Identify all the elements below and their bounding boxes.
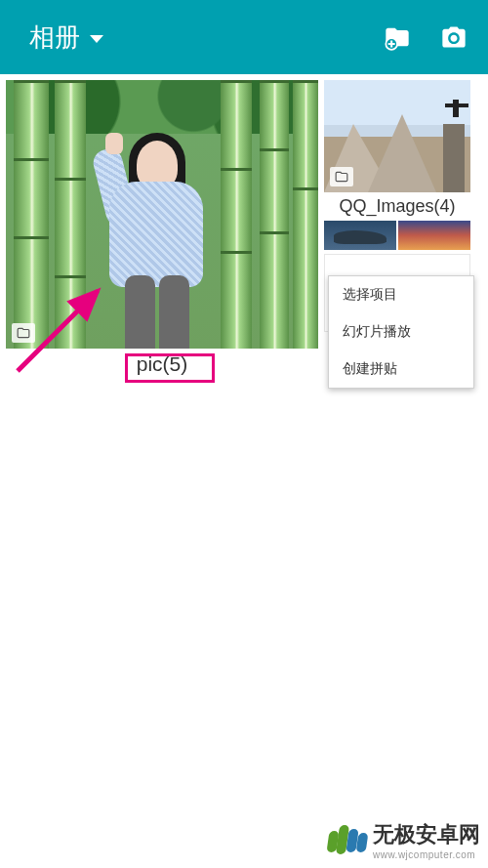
album-pic-label: pic(5) <box>6 349 318 380</box>
new-folder-icon <box>384 23 411 51</box>
album-pic[interactable]: pic(5) <box>6 80 318 380</box>
watermark-name: 无极安卓网 <box>373 820 480 849</box>
header-title-text: 相册 <box>29 21 80 55</box>
app-header: 相册 <box>0 0 488 74</box>
new-folder-button[interactable] <box>383 22 412 52</box>
album-qq-label: QQ_Images(4) <box>324 192 470 221</box>
watermark-domain: www.wjcomputer.com <box>373 849 480 860</box>
album-dropdown[interactable]: 相册 <box>29 21 383 55</box>
menu-item-select[interactable]: 选择项目 <box>329 276 473 313</box>
camera-button[interactable] <box>439 22 468 52</box>
album-qq-thumbnail <box>324 80 470 192</box>
folder-icon <box>330 167 353 186</box>
folder-icon <box>12 323 35 343</box>
menu-item-collage[interactable]: 创建拼贴 <box>329 351 473 388</box>
chevron-down-icon <box>90 35 103 43</box>
camera-icon <box>440 23 468 51</box>
album-qq-strip <box>324 221 470 250</box>
album-pic-thumbnail <box>6 80 318 349</box>
watermark-logo-icon <box>328 825 367 856</box>
context-menu: 选择项目 幻灯片播放 创建拼贴 <box>328 275 474 389</box>
album-qq-images[interactable]: QQ_Images(4) <box>324 80 470 250</box>
watermark: 无极安卓网 www.wjcomputer.com <box>328 820 480 860</box>
menu-item-slideshow[interactable]: 幻灯片播放 <box>329 313 473 351</box>
header-actions <box>383 22 468 52</box>
